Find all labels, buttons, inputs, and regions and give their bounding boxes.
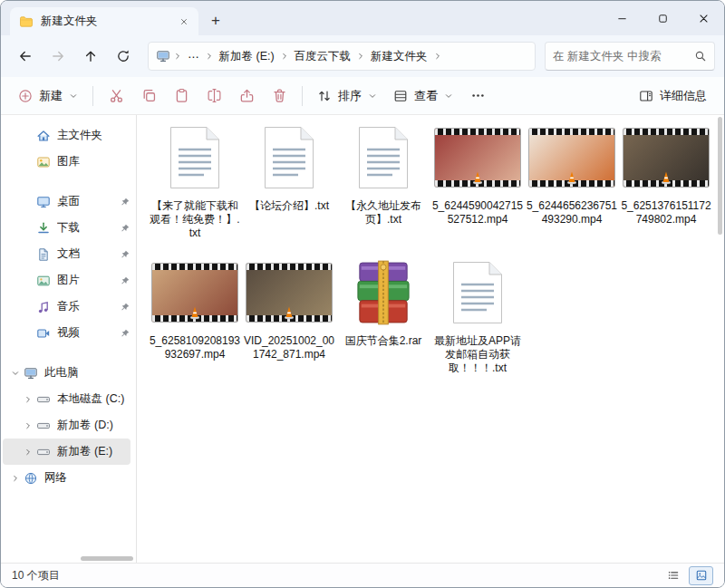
search-icon[interactable] — [694, 50, 707, 63]
up-arrow-icon — [83, 49, 98, 63]
download-icon — [35, 221, 51, 236]
view-button[interactable]: 查看 — [385, 82, 461, 111]
delete-button[interactable] — [263, 82, 295, 111]
video-thumbnail — [435, 120, 520, 195]
sidebar-item-gallery[interactable]: 图库 — [3, 149, 130, 175]
chevron-down-icon — [368, 92, 377, 101]
titlebar: 新建文件夹 + — [1, 1, 724, 35]
copy-button[interactable] — [132, 82, 165, 111]
file-item[interactable]: VID_20251002_001742_871.mp4 — [242, 254, 336, 389]
cut-button[interactable] — [100, 82, 132, 111]
file-name: 国庆节合集2.rar — [338, 334, 430, 348]
file-item[interactable]: 最新地址及APP请发邮箱自动获取！！！.txt — [430, 254, 525, 389]
chevron-right-icon[interactable] — [8, 474, 22, 483]
sort-button[interactable]: 排序 — [309, 82, 385, 111]
sidebar-item-documents[interactable]: 文档 — [3, 241, 130, 267]
text-file-icon — [452, 255, 503, 330]
folder-icon — [19, 14, 34, 29]
maximize-button[interactable] — [643, 1, 683, 35]
maximize-icon — [656, 12, 670, 25]
sidebar-item-drive-d[interactable]: 新加卷 (D:) — [3, 412, 130, 439]
tab-close-icon[interactable] — [175, 13, 193, 31]
scrollbar-handle[interactable] — [718, 117, 722, 235]
breadcrumb-segment[interactable]: 新建文件夹 — [366, 45, 432, 68]
sidebar-item-downloads[interactable]: 下载 — [3, 215, 130, 241]
file-item[interactable]: 国庆节合集2.rar — [336, 254, 430, 389]
sidebar-item-network[interactable]: 网络 — [3, 465, 130, 491]
folder-tab[interactable]: 新建文件夹 — [10, 7, 198, 35]
new-tab-button[interactable]: + — [204, 9, 227, 33]
this-pc-icon[interactable] — [156, 49, 170, 63]
breadcrumb-chevron-icon — [356, 52, 365, 61]
pin-icon — [116, 197, 130, 207]
breadcrumb-segment[interactable]: 百度云下载 — [290, 45, 356, 68]
back-button[interactable] — [10, 41, 41, 72]
file-name: 【论坛介绍】.txt — [244, 199, 335, 213]
content-area: 主文件夹图库桌面下载文档图片音乐视频此电脑本地磁盘 (C:)新加卷 (D:)新加… — [1, 115, 724, 563]
window-controls — [602, 1, 724, 35]
file-item[interactable]: 5_6258109208193932697.mp4 — [148, 254, 242, 389]
sidebar-item-pictures[interactable]: 图片 — [3, 267, 130, 294]
file-item[interactable]: 5_6251376151172749802.mp4 — [619, 119, 713, 254]
chevron-down-icon[interactable] — [8, 369, 22, 378]
sidebar-item-music[interactable]: 音乐 — [3, 294, 130, 320]
file-item[interactable]: 5_6244590042715527512.mp4 — [430, 119, 525, 254]
new-label: 新建 — [39, 88, 63, 104]
vlc-cone-icon — [282, 305, 296, 320]
file-item[interactable]: 【永久地址发布页】.txt — [336, 119, 430, 254]
desktop-icon — [35, 195, 51, 209]
file-name: 5_6251376151172749802.mp4 — [621, 199, 712, 227]
video-icon — [35, 326, 51, 341]
ellipsis-icon — [470, 88, 486, 103]
drive-icon — [35, 392, 51, 407]
close-icon — [697, 12, 710, 25]
sidebar-item-drive-e[interactable]: 新加卷 (E:) — [3, 439, 130, 465]
details-label: 详细信息 — [660, 88, 707, 104]
sidebar-horizontal-scrollbar[interactable] — [81, 556, 133, 561]
minimize-button[interactable] — [602, 1, 643, 35]
sidebar-item-videos[interactable]: 视频 — [3, 320, 130, 346]
pin-icon — [116, 223, 130, 234]
breadcrumb-segment[interactable]: ⋯ — [183, 46, 204, 67]
home-icon — [35, 129, 51, 143]
close-button[interactable] — [683, 1, 724, 35]
details-pane-button[interactable]: 详细信息 — [631, 82, 715, 111]
file-name: VID_20251002_001742_871.mp4 — [244, 334, 335, 361]
sidebar-item-desktop[interactable]: 桌面 — [3, 188, 130, 215]
file-item[interactable]: 【论坛介绍】.txt — [242, 119, 336, 254]
rename-button[interactable] — [198, 82, 230, 111]
gallery-icon — [35, 155, 51, 169]
breadcrumb-segment[interactable]: 新加卷 (E:) — [215, 45, 279, 68]
file-item[interactable]: 5_6244656236751493290.mp4 — [525, 119, 619, 254]
details-view-button[interactable] — [661, 566, 685, 585]
chevron-right-icon[interactable] — [21, 395, 34, 404]
vertical-scrollbar[interactable] — [717, 117, 723, 557]
search-input[interactable] — [553, 50, 694, 63]
new-button[interactable]: 新建 — [10, 82, 86, 111]
forward-arrow-icon — [51, 49, 65, 63]
explorer-window: 新建文件夹 + ⋯新加卷 (E:)百度云下载新建文件夹 新建 — [0, 0, 725, 588]
chevron-right-icon[interactable] — [21, 448, 34, 457]
sidebar-item-home[interactable]: 主文件夹 — [3, 122, 130, 149]
forward-button[interactable] — [43, 41, 73, 72]
file-area: 【来了就能下载和观看！纯免费！】.txt【论坛介绍】.txt【永久地址发布页】.… — [137, 115, 724, 563]
text-file-icon — [358, 120, 409, 195]
more-options-button[interactable] — [461, 82, 494, 111]
video-thumbnail — [152, 255, 237, 330]
chevron-right-icon[interactable] — [21, 421, 34, 430]
pc-icon — [23, 366, 38, 381]
paste-button[interactable] — [165, 82, 198, 111]
file-item[interactable]: 【来了就能下载和观看！纯免费！】.txt — [148, 119, 242, 254]
refresh-button[interactable] — [108, 41, 139, 72]
share-button[interactable] — [230, 82, 263, 111]
sidebar-item-drive-c[interactable]: 本地磁盘 (C:) — [3, 386, 130, 412]
rar-archive-icon — [355, 255, 411, 330]
document-icon — [35, 247, 51, 262]
view-icon — [393, 89, 408, 103]
thumbnail-view-button[interactable] — [689, 566, 713, 585]
pin-icon — [116, 302, 130, 313]
sidebar-item-label: 桌面 — [57, 194, 116, 209]
search-box[interactable] — [545, 42, 715, 71]
up-button[interactable] — [75, 41, 106, 72]
sidebar-item-this-pc[interactable]: 此电脑 — [3, 360, 130, 386]
